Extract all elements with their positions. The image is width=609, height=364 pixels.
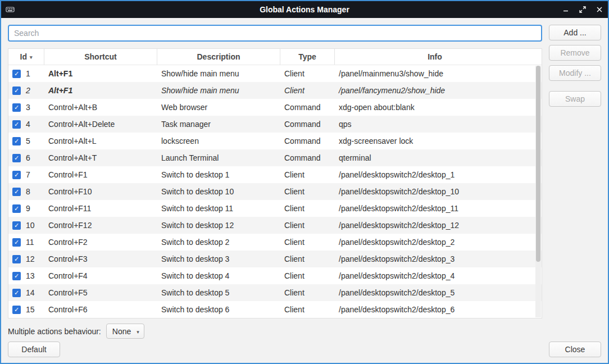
row-checkbox[interactable]: ✓: [12, 255, 21, 263]
cell-description: lockscreen: [157, 136, 280, 145]
modify-button[interactable]: Modify ...: [549, 65, 601, 81]
cell-shortcut: Control+F10: [44, 187, 157, 196]
row-id: 13: [26, 271, 35, 280]
table-row[interactable]: ✓6Control+Alt+TLaunch TerminalCommandqte…: [8, 149, 542, 166]
row-checkbox[interactable]: ✓: [12, 137, 21, 145]
default-button[interactable]: Default: [8, 342, 60, 357]
cell-shortcut: Control+Alt+T: [44, 153, 157, 162]
row-id: 3: [26, 103, 34, 112]
row-checkbox[interactable]: ✓: [12, 171, 21, 179]
column-header-id[interactable]: Id ▾: [8, 49, 44, 65]
table-row[interactable]: ✓8Control+F10Switch to desktop 10Client/…: [8, 183, 542, 200]
cell-type: Command: [280, 136, 335, 145]
table-row[interactable]: ✓4Control+Alt+DeleteTask managerCommandq…: [8, 116, 542, 133]
table-row[interactable]: ✓5Control+Alt+LlockscreenCommandxdg-scre…: [8, 133, 542, 149]
cell-shortcut: Control+Alt+L: [44, 136, 157, 145]
row-checkbox[interactable]: ✓: [12, 272, 21, 280]
cell-id: ✓11: [8, 238, 44, 247]
cell-description: Switch to desktop 1: [157, 170, 280, 179]
row-id: 8: [26, 187, 34, 196]
row-id: 4: [26, 120, 34, 129]
remove-button[interactable]: Remove: [549, 45, 601, 61]
row-checkbox[interactable]: ✓: [12, 238, 21, 247]
cell-description: Switch to desktop 5: [157, 288, 280, 297]
cell-id: ✓6: [8, 153, 44, 162]
row-checkbox[interactable]: ✓: [12, 188, 21, 196]
row-checkbox[interactable]: ✓: [12, 154, 21, 162]
row-id: 9: [26, 204, 34, 213]
table-row[interactable]: ✓10Control+F12Switch to desktop 12Client…: [8, 217, 542, 234]
table-row[interactable]: ✓7Control+F1Switch to desktop 1Client/pa…: [8, 166, 542, 183]
column-header-shortcut[interactable]: Shortcut: [44, 49, 157, 65]
cell-shortcut: Control+F1: [44, 170, 157, 179]
row-checkbox[interactable]: ✓: [12, 103, 21, 112]
close-button[interactable]: Close: [549, 342, 601, 357]
table-row[interactable]: ✓9Control+F11Switch to desktop 11Client/…: [8, 200, 542, 217]
cell-type: Client: [280, 271, 335, 280]
row-checkbox[interactable]: ✓: [12, 221, 21, 230]
cell-type: Client: [280, 254, 335, 263]
window-body: Id ▾ Shortcut Description Type Info ✓1Al…: [1, 18, 608, 363]
vertical-scrollbar[interactable]: [535, 66, 541, 317]
row-checkbox[interactable]: ✓: [12, 306, 21, 314]
cell-info: /panel/desktopswitch2/desktop_5: [335, 288, 535, 297]
cell-description: Switch to desktop 4: [157, 271, 280, 280]
row-id: 11: [26, 238, 34, 247]
cell-id: ✓1: [8, 69, 44, 78]
column-header-type[interactable]: Type: [280, 49, 335, 65]
action-buttons: Add ... Remove Modify ... Swap: [549, 25, 601, 319]
cell-id: ✓10: [8, 221, 44, 230]
table-row[interactable]: ✓11Control+F2Switch to desktop 2Client/p…: [8, 234, 542, 251]
add-button[interactable]: Add ...: [549, 25, 601, 40]
cell-type: Client: [280, 170, 335, 179]
search-input[interactable]: [8, 25, 542, 42]
cell-description: Switch to desktop 10: [157, 187, 280, 196]
row-checkbox[interactable]: ✓: [12, 289, 21, 297]
cell-info: qterminal: [335, 153, 535, 162]
cell-type: Command: [280, 153, 335, 162]
cell-shortcut: Control+Alt+B: [44, 103, 157, 112]
row-checkbox[interactable]: ✓: [12, 70, 21, 78]
cell-id: ✓12: [8, 254, 44, 263]
column-header-info[interactable]: Info: [335, 49, 535, 65]
table-row[interactable]: ✓13Control+F4Switch to desktop 4Client/p…: [8, 267, 542, 284]
maximize-restore-icon[interactable]: [579, 6, 587, 13]
close-icon[interactable]: [596, 6, 603, 13]
cell-id: ✓2: [8, 86, 44, 95]
cell-info: /panel/desktopswitch2/desktop_3: [335, 254, 535, 263]
row-checkbox[interactable]: ✓: [12, 120, 21, 129]
table-row[interactable]: ✓15Control+F6Switch to desktop 6Client/p…: [8, 301, 542, 318]
titlebar: Global Actions Manager: [1, 1, 608, 18]
cell-info: /panel/desktopswitch2/desktop_6: [335, 305, 535, 314]
row-id: 15: [26, 305, 35, 314]
table-row[interactable]: ✓12Control+F3Switch to desktop 3Client/p…: [8, 251, 542, 267]
cell-id: ✓9: [8, 204, 44, 213]
scrollbar-thumb[interactable]: [536, 66, 540, 262]
row-checkbox[interactable]: ✓: [12, 204, 21, 213]
minimize-icon[interactable]: [562, 6, 570, 13]
cell-description: Launch Terminal: [157, 153, 280, 162]
cell-id: ✓4: [8, 120, 44, 129]
row-id: 14: [26, 288, 35, 297]
cell-info: xdg-open about:blank: [335, 103, 535, 112]
cell-type: Command: [280, 103, 335, 112]
swap-button[interactable]: Swap: [549, 91, 601, 107]
cell-type: Client: [280, 305, 335, 314]
cell-info: /panel/desktopswitch2/desktop_1: [335, 170, 535, 179]
row-id: 2: [26, 86, 34, 95]
behaviour-select[interactable]: None ▾: [106, 324, 144, 339]
window-controls: [562, 6, 603, 13]
table-row[interactable]: ✓1Alt+F1Show/hide main menuClient/panel/…: [8, 65, 542, 82]
column-header-description[interactable]: Description: [157, 49, 280, 65]
row-checkbox[interactable]: ✓: [12, 87, 21, 95]
cell-info: /panel/mainmenu3/show_hide: [335, 69, 535, 78]
cell-description: Switch to desktop 6: [157, 305, 280, 314]
table-row[interactable]: ✓3Control+Alt+BWeb browserCommandxdg-ope…: [8, 99, 542, 116]
row-id: 7: [26, 170, 34, 179]
cell-info: qps: [335, 120, 535, 129]
table-row[interactable]: ✓2Alt+F1Show/hide main menuClient/panel/…: [8, 82, 542, 99]
cell-shortcut: Control+F4: [44, 271, 157, 280]
cell-info: /panel/desktopswitch2/desktop_11: [335, 204, 535, 213]
table-row[interactable]: ✓14Control+F5Switch to desktop 5Client/p…: [8, 284, 542, 301]
cell-id: ✓14: [8, 288, 44, 297]
